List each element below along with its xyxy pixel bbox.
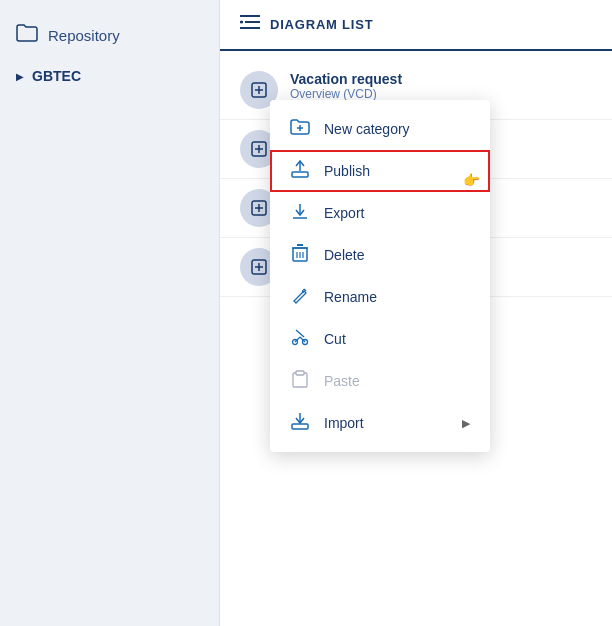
import-icon xyxy=(290,412,310,434)
context-menu: New category Publish 👉 xyxy=(270,100,490,452)
cut-label: Cut xyxy=(324,331,470,347)
svg-rect-36 xyxy=(292,424,308,429)
menu-item-paste: Paste xyxy=(270,360,490,402)
svg-rect-35 xyxy=(296,371,304,375)
menu-item-publish[interactable]: Publish 👉 xyxy=(270,150,490,192)
new-category-label: New category xyxy=(324,121,470,137)
rename-label: Rename xyxy=(324,289,470,305)
diagram-name: Vacation request xyxy=(290,71,402,87)
export-icon xyxy=(290,202,310,224)
rename-icon xyxy=(290,286,310,308)
menu-item-cut[interactable]: Cut xyxy=(270,318,490,360)
main-panel: DIAGRAM LIST Vacation request Overview (… xyxy=(220,0,612,626)
paste-icon xyxy=(290,370,310,392)
tree-item-label: GBTEC xyxy=(32,68,81,84)
export-label: Export xyxy=(324,205,470,221)
menu-item-export[interactable]: Export xyxy=(270,192,490,234)
chevron-right-icon: ▶ xyxy=(16,71,24,82)
folder-icon xyxy=(16,24,38,46)
svg-rect-19 xyxy=(292,172,308,177)
menu-item-import[interactable]: Import ▶ xyxy=(270,402,490,444)
new-category-icon xyxy=(290,118,310,140)
import-label: Import xyxy=(324,415,448,431)
menu-item-rename[interactable]: Rename xyxy=(270,276,490,318)
publish-label: Publish xyxy=(324,163,470,179)
sidebar: Repository ▶ GBTEC xyxy=(0,0,220,626)
cut-icon xyxy=(290,328,310,350)
svg-point-4 xyxy=(240,21,243,24)
sidebar-header: Repository xyxy=(0,16,219,62)
list-icon xyxy=(240,14,260,35)
import-submenu-arrow: ▶ xyxy=(462,417,470,430)
menu-item-new-category[interactable]: New category xyxy=(270,108,490,150)
diagram-info: Vacation request Overview (VCD) xyxy=(290,71,402,101)
page-title: DIAGRAM LIST xyxy=(270,17,373,32)
sidebar-item-gbtec[interactable]: ▶ GBTEC xyxy=(0,62,219,90)
diagram-type: Overview (VCD) xyxy=(290,87,402,101)
paste-label: Paste xyxy=(324,373,470,389)
main-header: DIAGRAM LIST xyxy=(220,0,612,51)
delete-icon xyxy=(290,244,310,266)
svg-line-33 xyxy=(296,330,304,337)
sidebar-title: Repository xyxy=(48,27,120,44)
menu-item-delete[interactable]: Delete xyxy=(270,234,490,276)
delete-label: Delete xyxy=(324,247,470,263)
publish-icon xyxy=(290,160,310,182)
